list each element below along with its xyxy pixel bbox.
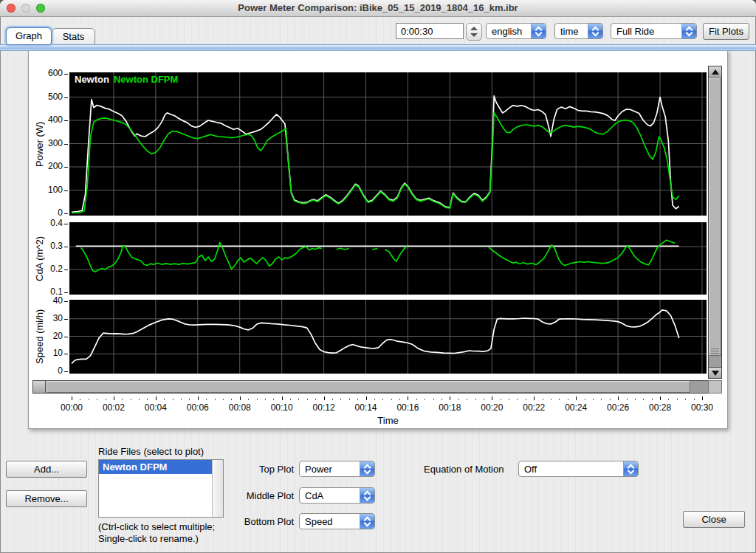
speed-plot[interactable] [69, 300, 707, 374]
x-minor-tick [164, 399, 165, 400]
y-tick-mark [64, 292, 68, 293]
legend-entry: Newton DFPM [114, 74, 178, 85]
range-dropdown[interactable]: Full Ride [611, 23, 697, 39]
x-minor-tick [273, 399, 274, 400]
y-tick-mark [64, 337, 68, 337]
y-tick-mark [64, 269, 68, 270]
x-minor-tick [391, 399, 392, 400]
equation-of-motion-dropdown[interactable]: Off [518, 461, 639, 477]
equation-of-motion-label: Equation of Motion [424, 464, 504, 475]
y-tick-label: 20 [29, 332, 63, 341]
x-minor-tick [694, 399, 695, 400]
y-tick-label: 40 [29, 296, 63, 306]
x-tick-label: 00:22 [518, 402, 550, 413]
ride-files-list[interactable]: Newton DFPM [98, 459, 224, 518]
chevron-updown-icon [681, 24, 696, 38]
chevron-updown-icon [623, 461, 638, 476]
power-plot[interactable] [69, 72, 707, 216]
x-axis-title: Time [69, 415, 707, 426]
x-minor-tick [181, 399, 182, 400]
plot-legend: NewtonNewton DFPM [75, 74, 182, 85]
x-minor-tick [568, 399, 568, 400]
interval-stepper[interactable] [466, 23, 482, 41]
x-minor-tick [131, 399, 131, 400]
x-minor-tick [382, 399, 383, 400]
x-tick-label: 00:28 [644, 402, 676, 413]
x-tick-label: 00:16 [391, 402, 424, 413]
x-minor-tick [441, 399, 442, 400]
y-tick-label: 600 [29, 69, 63, 78]
units-value: english [487, 26, 531, 37]
x-minor-tick [526, 399, 526, 400]
x-minor-tick [357, 399, 358, 400]
horizontal-scroll-thumb[interactable] [47, 381, 690, 393]
x-tick-label: 00:26 [602, 402, 634, 413]
x-tick-mark [324, 396, 325, 400]
y-tick-mark [64, 354, 68, 354]
x-tick-label: 00:18 [433, 402, 466, 413]
x-minor-tick [458, 399, 459, 400]
scroll-up-button[interactable] [709, 66, 721, 78]
chevron-updown-icon [360, 461, 374, 476]
x-tick-mark [198, 396, 199, 400]
x-tick-mark [408, 396, 408, 400]
x-tick-mark [156, 396, 157, 400]
scroll-down-button[interactable] [709, 367, 721, 378]
cda-plot[interactable] [69, 222, 707, 295]
y-tick-mark [64, 144, 68, 145]
x-minor-tick [290, 399, 291, 400]
x-tick-mark [450, 396, 450, 400]
x-tick-mark [702, 396, 703, 400]
x-minor-tick [652, 399, 653, 400]
x-minor-tick [315, 399, 316, 400]
y-tick-label: 0.2 [29, 264, 63, 274]
horizontal-scroll-cap[interactable] [33, 381, 46, 393]
x-minor-tick [601, 399, 602, 400]
x-minor-tick [332, 399, 333, 400]
x-minor-tick [399, 399, 400, 400]
x-minor-tick [433, 399, 434, 400]
tab-graph[interactable]: Graph [6, 27, 52, 45]
fit-plots-button[interactable]: Fit Plots [703, 23, 749, 40]
x-tick-label: 00:24 [560, 402, 592, 413]
add-button[interactable]: Add... [6, 461, 87, 478]
x-minor-tick [559, 399, 560, 400]
y-tick-mark [64, 224, 68, 224]
arrow-up-icon [712, 69, 719, 75]
middle-plot-value: CdA [300, 490, 360, 501]
plot-vertical-scrollbar[interactable] [708, 66, 722, 379]
list-hint: (Ctrl-click to select multiple; Single-c… [98, 521, 215, 545]
x-minor-tick [147, 399, 148, 400]
x-minor-tick [139, 399, 140, 400]
x-minor-tick [475, 399, 476, 400]
x-minor-tick [307, 399, 308, 400]
middle-plot-dropdown[interactable]: CdA [299, 487, 375, 504]
equation-of-motion-value: Off [519, 464, 623, 475]
y-tick-label: 0.3 [29, 241, 63, 251]
x-minor-tick [543, 399, 543, 400]
x-minor-tick [501, 399, 501, 400]
y-tick-mark [64, 167, 68, 168]
graph-panel: NewtonNewton DFPM Power (W) CdA (m^2) Sp… [28, 49, 728, 429]
y-tick-mark [64, 190, 68, 191]
x-minor-tick [298, 399, 299, 400]
vertical-scroll-thumb[interactable] [709, 78, 721, 356]
list-item[interactable]: Newton DFPM [99, 460, 213, 474]
plot-horizontal-scrollbar[interactable] [32, 380, 722, 394]
middle-plot-label: Middle Plot [207, 490, 294, 501]
x-axis-mode-dropdown[interactable]: time [554, 23, 603, 39]
units-dropdown[interactable]: english [486, 23, 546, 39]
x-tick-label: 00:00 [55, 402, 88, 413]
bottom-plot-dropdown[interactable]: Speed [299, 513, 375, 529]
close-button[interactable]: Close [683, 511, 745, 528]
tab-stats[interactable]: Stats [52, 28, 95, 46]
range-value: Full Ride [611, 26, 681, 37]
x-tick-mark [240, 396, 241, 400]
remove-button[interactable]: Remove... [6, 490, 87, 507]
top-plot-dropdown[interactable]: Power [299, 461, 375, 477]
x-minor-tick [416, 399, 417, 400]
chevron-updown-icon [360, 488, 374, 503]
bottom-plot-label: Bottom Plot [207, 516, 294, 527]
tab-pane-edge [0, 44, 756, 51]
interval-input[interactable] [396, 23, 464, 39]
